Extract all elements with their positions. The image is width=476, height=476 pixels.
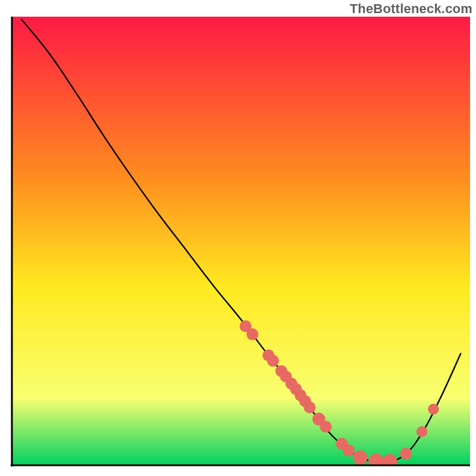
data-marker (383, 454, 397, 469)
watermark-text: TheBottleneck.com (350, 1, 472, 17)
data-marker (400, 447, 412, 459)
data-marker (267, 355, 279, 367)
plot-area (11, 17, 470, 469)
data-marker (428, 404, 439, 415)
data-marker (368, 453, 384, 469)
data-marker (343, 444, 355, 456)
data-marker (416, 426, 427, 437)
data-marker (320, 421, 331, 433)
bottleneck-chart (0, 0, 476, 476)
data-marker (303, 402, 315, 414)
chart-stage: TheBottleneck.com (0, 0, 476, 476)
data-marker (246, 328, 258, 340)
data-marker (353, 450, 368, 465)
gradient-background (12, 17, 470, 465)
